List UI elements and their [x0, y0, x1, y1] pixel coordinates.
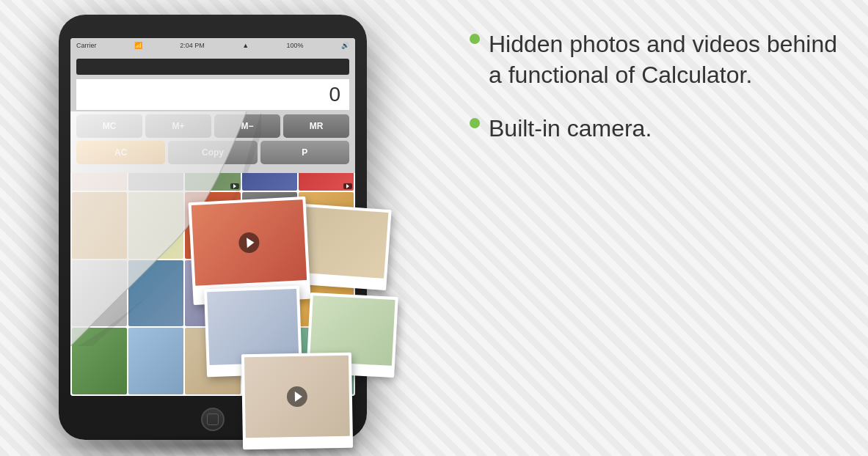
calc-display-bar: [76, 59, 349, 75]
calc-display-value: 0: [329, 83, 340, 106]
calc-btn-mc[interactable]: MC: [76, 114, 142, 138]
bullet-dot-2: [470, 118, 480, 128]
calc-btn-mplus[interactable]: M+: [145, 114, 211, 138]
list-item[interactable]: [72, 192, 127, 259]
list-item[interactable]: [72, 328, 127, 394]
video-badge: [343, 183, 352, 189]
feature-item-1: Hidden photos and videos behind a functi…: [470, 29, 839, 90]
polaroid-image-5: [244, 356, 350, 438]
calculator-section: 0 MC M+ M− MR AC Copy P: [70, 53, 355, 173]
calc-row-memory: MC M+ M− MR: [76, 114, 349, 138]
wifi-icon: 📶: [134, 42, 142, 49]
signal-icon: ▲: [242, 42, 249, 49]
calc-btn-ac[interactable]: AC: [76, 141, 165, 164]
play-button-5[interactable]: [287, 386, 307, 407]
video-badge: [230, 183, 239, 189]
polaroid-image-1: [192, 199, 307, 286]
battery-label: 100%: [287, 42, 304, 49]
calc-btn-mminus[interactable]: M−: [214, 114, 280, 138]
play-button-1[interactable]: [238, 232, 260, 253]
bullet-dot-1: [470, 34, 480, 44]
calc-result: 0: [76, 79, 349, 110]
ipad-status-bar: Carrier 📶 2:04 PM ▲ 100% 🔊: [70, 38, 355, 53]
calc-btn-paste[interactable]: P: [260, 141, 349, 164]
speaker-icon: 🔊: [341, 42, 349, 49]
time-label: 2:04 PM: [180, 42, 205, 49]
feature-list: Hidden photos and videos behind a functi…: [470, 29, 839, 168]
floating-photos: [191, 199, 470, 434]
feature-text-1: Hidden photos and videos behind a functi…: [489, 29, 839, 90]
polaroid-image-2: [302, 207, 388, 279]
right-panel: Hidden photos and videos behind a functi…: [455, 0, 868, 456]
list-item[interactable]: [128, 260, 183, 327]
polaroid-photo-5: [241, 353, 353, 450]
calc-row-ac: AC Copy P: [76, 141, 349, 164]
calc-btn-copy[interactable]: Copy: [168, 141, 257, 164]
carrier-label: Carrier: [76, 42, 97, 49]
list-item[interactable]: [128, 328, 183, 394]
feature-text-2: Built-in camera.: [489, 114, 652, 144]
polaroid-photo-2: [298, 204, 391, 290]
feature-item-2: Built-in camera.: [470, 114, 839, 144]
list-item[interactable]: [128, 192, 183, 259]
left-panel: Carrier 📶 2:04 PM ▲ 100% 🔊 0 MC M+ M− MR: [0, 0, 455, 456]
calc-btn-mr[interactable]: MR: [283, 114, 349, 138]
list-item[interactable]: [72, 260, 127, 327]
